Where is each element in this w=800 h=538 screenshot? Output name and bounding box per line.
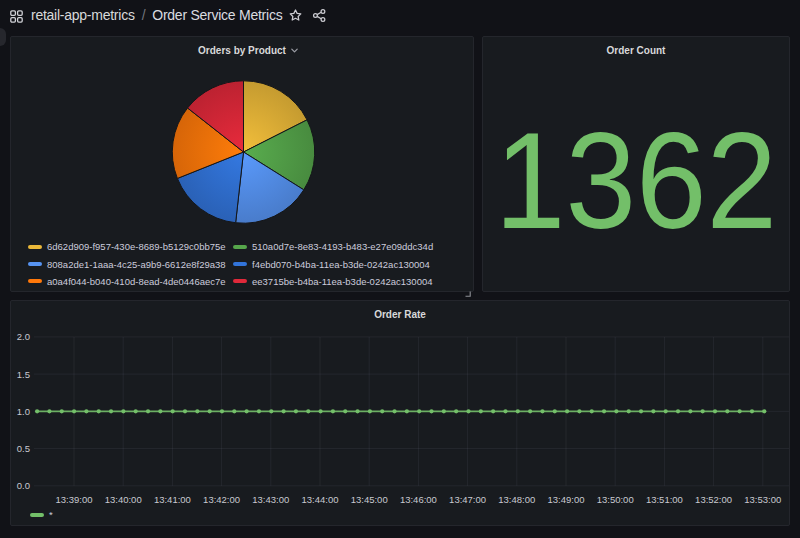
star-icon[interactable] [288, 8, 303, 23]
series-point[interactable] [282, 409, 286, 413]
series-point[interactable] [639, 409, 643, 413]
series-label: f4ebd070-b4ba-11ea-b3de-0242ac130004 [252, 259, 430, 270]
top-navigation-bar: retail-app-metrics / Order Service Metri… [0, 0, 800, 30]
panel-order-rate: Order Rate 2.01.51.00.50.013:39:0013:40:… [10, 300, 790, 526]
apps-grid-icon[interactable] [10, 9, 23, 22]
series-point[interactable] [109, 409, 113, 413]
legend-item[interactable]: a0a4f044-b040-410d-8ead-4de0446aec7e [28, 273, 233, 290]
series-point[interactable] [750, 409, 754, 413]
series-point[interactable] [60, 409, 64, 413]
series-swatch [28, 262, 42, 266]
breadcrumb: retail-app-metrics / Order Service Metri… [31, 0, 282, 30]
legend-item[interactable]: 808a2de1-1aaa-4c25-a9b9-6612e8f29a38 [28, 255, 233, 272]
series-point[interactable] [664, 409, 668, 413]
legend-item[interactable]: 6d62d909-f957-430e-8689-b5129c0bb75e [28, 238, 233, 255]
x-axis-tick-label: 13:48:00 [498, 494, 535, 505]
series-point[interactable] [516, 409, 520, 413]
series-swatch [28, 245, 42, 249]
x-axis-tick-label: 13:45:00 [351, 494, 388, 505]
series-point[interactable] [158, 409, 162, 413]
series-point[interactable] [725, 409, 729, 413]
grafana-dashboard: retail-app-metrics / Order Service Metri… [0, 0, 800, 538]
series-point[interactable] [47, 409, 51, 413]
series-point[interactable] [540, 409, 544, 413]
series-point[interactable] [134, 409, 138, 413]
breadcrumb-parent-link[interactable]: retail-app-metrics [31, 7, 135, 23]
series-point[interactable] [343, 409, 347, 413]
series-point[interactable] [355, 409, 359, 413]
series-point[interactable] [565, 409, 569, 413]
x-axis-tick-label: 13:50:00 [597, 494, 634, 505]
menu-dock-handle[interactable] [0, 28, 6, 46]
series-point[interactable] [454, 409, 458, 413]
series-swatch [233, 262, 247, 266]
series-point[interactable] [688, 409, 692, 413]
series-point[interactable] [318, 409, 322, 413]
series-point[interactable] [380, 409, 384, 413]
x-axis-tick-label: 13:47:00 [449, 494, 486, 505]
series-point[interactable] [245, 409, 249, 413]
series-point[interactable] [195, 409, 199, 413]
x-axis-tick-label: 13:49:00 [548, 494, 585, 505]
series-point[interactable] [713, 409, 717, 413]
y-axis-tick-label: 1.0 [17, 406, 30, 417]
series-point[interactable] [577, 409, 581, 413]
series-label: 808a2de1-1aaa-4c25-a9b9-6612e8f29a38 [47, 259, 226, 270]
series-point[interactable] [368, 409, 372, 413]
series-point[interactable] [72, 409, 76, 413]
series-point[interactable] [466, 409, 470, 413]
series-point[interactable] [590, 409, 594, 413]
series-swatch [233, 279, 247, 283]
series-swatch [28, 279, 42, 283]
panel-title-text: Order Count [607, 45, 666, 56]
panel-resize-handle[interactable] [465, 283, 471, 289]
series-point[interactable] [35, 409, 39, 413]
time-series-chart[interactable]: 2.01.51.00.50.013:39:0013:40:0013:41:001… [11, 301, 789, 525]
series-point[interactable] [651, 409, 655, 413]
series-point[interactable] [146, 409, 150, 413]
series-point[interactable] [627, 409, 631, 413]
legend-item[interactable]: ee3715be-b4ba-11ea-b3de-0242ac130004 [233, 273, 467, 290]
series-point[interactable] [257, 409, 261, 413]
series-point[interactable] [232, 409, 236, 413]
panel-title-order-count[interactable]: Order Count [483, 37, 789, 64]
series-point[interactable] [392, 409, 396, 413]
series-point[interactable] [121, 409, 125, 413]
series-label: 6d62d909-f957-430e-8689-b5129c0bb75e [47, 241, 226, 252]
series-point[interactable] [405, 409, 409, 413]
series-point[interactable] [442, 409, 446, 413]
pie-legend: 6d62d909-f957-430e-8689-b5129c0bb75e510a… [28, 238, 467, 290]
series-point[interactable] [479, 409, 483, 413]
series-point[interactable] [331, 409, 335, 413]
series-point[interactable] [614, 409, 618, 413]
series-point[interactable] [220, 409, 224, 413]
series-point[interactable] [762, 409, 766, 413]
series-point[interactable] [738, 409, 742, 413]
legend-item[interactable]: f4ebd070-b4ba-11ea-b3de-0242ac130004 [233, 255, 467, 272]
series-point[interactable] [294, 409, 298, 413]
series-point[interactable] [701, 409, 705, 413]
series-point[interactable] [208, 409, 212, 413]
series-point[interactable] [171, 409, 175, 413]
series-point[interactable] [429, 409, 433, 413]
series-point[interactable] [84, 409, 88, 413]
series-point[interactable] [503, 409, 507, 413]
series-point[interactable] [306, 409, 310, 413]
x-axis-tick-label: 13:42:00 [203, 494, 240, 505]
y-axis-tick-label: 0.0 [17, 480, 30, 491]
series-point[interactable] [491, 409, 495, 413]
y-axis-tick-label: 2.0 [17, 331, 30, 342]
rate-legend[interactable]: * [30, 509, 53, 520]
legend-item[interactable]: 510a0d7e-8e83-4193-b483-e27e09ddc34d [233, 238, 467, 255]
series-point[interactable] [676, 409, 680, 413]
series-point[interactable] [183, 409, 187, 413]
x-axis-tick-label: 13:43:00 [252, 494, 289, 505]
series-point[interactable] [269, 409, 273, 413]
series-point[interactable] [602, 409, 606, 413]
y-axis-tick-label: 0.5 [17, 443, 30, 454]
share-icon[interactable] [312, 8, 327, 23]
series-point[interactable] [528, 409, 532, 413]
series-point[interactable] [553, 409, 557, 413]
series-point[interactable] [97, 409, 101, 413]
series-point[interactable] [417, 409, 421, 413]
